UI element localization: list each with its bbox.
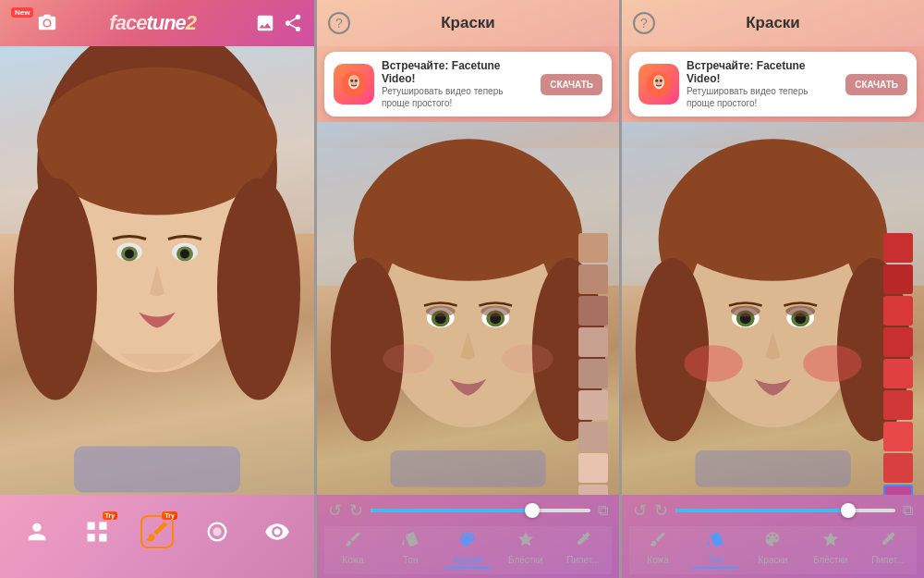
undo-redo-3: ↺ ↻	[633, 500, 668, 521]
color-swatch-5[interactable]	[578, 359, 608, 388]
tab-kraski-3[interactable]: Краски	[749, 530, 796, 569]
tab-blestki-label-2: Блёстки	[508, 555, 542, 565]
bottom-controls-2: ↺ ↻ ⧉ Кожа Тон	[317, 495, 619, 578]
svg-point-57	[803, 345, 861, 382]
tool-person[interactable]	[20, 515, 54, 548]
face-edit-area-3[interactable]	[622, 122, 924, 495]
download-button-2[interactable]: СКАЧАТЬ	[541, 74, 602, 95]
redo-icon-2[interactable]: ↻	[349, 500, 363, 521]
ton-icon-2	[401, 530, 419, 553]
tool-grid[interactable]: Try	[80, 515, 114, 548]
tab-kozha-3[interactable]: Кожа	[635, 530, 681, 569]
slider-thumb-2	[525, 503, 540, 518]
color-swatch-9[interactable]	[578, 485, 608, 495]
red-swatch-3[interactable]	[883, 296, 913, 326]
face-photo-2	[317, 122, 619, 495]
purple-swatch-1[interactable]	[883, 485, 913, 495]
tool-brush[interactable]: Try	[140, 515, 174, 548]
color-swatch-2[interactable]	[578, 264, 608, 294]
red-swatch-7[interactable]	[883, 422, 913, 451]
tab-blestki-2[interactable]: Блёстки	[503, 530, 549, 569]
color-swatch-4[interactable]	[578, 327, 608, 357]
panel-kraski-2: ? Краски Встречайте: Facetune Video! Рет…	[619, 0, 924, 578]
slider-fill-2	[371, 509, 536, 512]
facetune-video-icon-3	[638, 64, 679, 105]
tab-kozha-label-3: Кожа	[647, 555, 669, 565]
kraski-icon-3	[763, 530, 782, 553]
copy-button-3[interactable]: ⧉	[903, 502, 913, 519]
svg-point-33	[480, 306, 510, 317]
tab-kraski-2[interactable]: Краски	[444, 530, 491, 569]
grid-icon	[80, 515, 114, 548]
tab-kozha-2[interactable]: Кожа	[330, 530, 376, 569]
tab-pipet-label-2: Пипет...	[566, 555, 599, 565]
svg-point-41	[660, 80, 663, 82]
eye-icon	[261, 515, 294, 548]
tool-circles[interactable]	[201, 515, 234, 548]
face-edit-area[interactable]	[0, 46, 314, 495]
notif-subtitle-3: Ретушировать видео теперь проще простого…	[687, 85, 838, 109]
redo-icon-3[interactable]: ↻	[654, 500, 668, 521]
face-photo-1	[0, 46, 314, 495]
intensity-slider-3[interactable]	[675, 509, 895, 512]
tab-ton-3[interactable]: Тон	[692, 530, 738, 569]
panel2-title: Краски	[441, 14, 495, 32]
circles-icon	[201, 515, 234, 548]
intensity-slider-2[interactable]	[371, 509, 590, 512]
undo-icon-2[interactable]: ↺	[328, 500, 342, 521]
notification-text-3: Встречайте: Facetune Video! Ретушировать…	[687, 59, 838, 109]
tab-blestki-3[interactable]: Блёстки	[808, 530, 854, 569]
image-icon[interactable]	[255, 13, 275, 33]
download-button-3[interactable]: СКАЧАТЬ	[845, 74, 907, 95]
color-swatch-7[interactable]	[578, 422, 608, 451]
notification-banner-3[interactable]: Встречайте: Facetune Video! Ретушировать…	[629, 52, 917, 117]
help-button-3[interactable]: ?	[633, 12, 655, 34]
kozha-icon-2	[344, 530, 362, 553]
svg-point-40	[655, 80, 658, 82]
panel3-title: Краски	[746, 14, 800, 32]
svg-point-35	[502, 344, 553, 374]
share-icon[interactable]	[283, 13, 303, 33]
bottom-controls-3: ↺ ↻ ⧉ Кожа Тон	[622, 495, 924, 578]
tab-ton-2[interactable]: Тон	[387, 530, 433, 569]
brush-icon	[140, 515, 174, 548]
camera-icon[interactable]	[37, 13, 57, 33]
svg-point-34	[383, 344, 433, 374]
app-logo: facetune2	[57, 11, 248, 35]
try-badge-brush: Try	[162, 511, 177, 520]
nav-tabs-2: Кожа Тон Краски Блёстки	[324, 526, 612, 574]
tab-pipet-2[interactable]: Пипет...	[560, 530, 606, 569]
tab-ton-label-3: Тон	[708, 555, 723, 565]
svg-point-54	[731, 306, 760, 317]
kozha-icon-3	[649, 530, 667, 553]
red-swatch-5[interactable]	[883, 359, 913, 388]
color-swatch-3[interactable]	[578, 296, 608, 326]
tab-blestki-label-3: Блёстки	[813, 555, 847, 565]
red-swatch-6[interactable]	[883, 390, 913, 420]
svg-point-4	[14, 178, 97, 400]
color-swatch-1[interactable]	[578, 233, 608, 263]
red-swatch-4[interactable]	[883, 327, 913, 357]
tab-kraski-label-3: Краски	[759, 555, 788, 565]
color-swatch-8[interactable]	[578, 453, 608, 483]
main-header: New facetune2	[0, 0, 314, 46]
slider-row-2: ↺ ↻ ⧉	[324, 500, 612, 521]
copy-button-2[interactable]: ⧉	[598, 502, 608, 519]
svg-point-19	[355, 80, 358, 82]
panel-kraski-1: ? Краски Встречайте: Facetune Video! Рет…	[314, 0, 619, 578]
help-button-2[interactable]: ?	[328, 12, 350, 34]
undo-icon-3[interactable]: ↺	[633, 500, 647, 521]
tab-pipet-3[interactable]: Пипет...	[865, 530, 911, 569]
red-swatch-2[interactable]	[883, 264, 913, 294]
tab-active-underline-3	[692, 567, 738, 569]
slider-fill-3	[675, 509, 851, 512]
red-swatch-1[interactable]	[883, 233, 913, 263]
svg-point-14	[213, 527, 221, 535]
red-swatch-8[interactable]	[883, 453, 913, 483]
face-photo-3	[622, 122, 924, 495]
tool-eye[interactable]	[261, 515, 294, 548]
notification-banner-2[interactable]: Встречайте: Facetune Video! Ретушировать…	[324, 52, 612, 117]
svg-rect-58	[695, 450, 850, 487]
color-swatch-6[interactable]	[578, 390, 608, 420]
face-edit-area-2[interactable]	[317, 122, 619, 495]
